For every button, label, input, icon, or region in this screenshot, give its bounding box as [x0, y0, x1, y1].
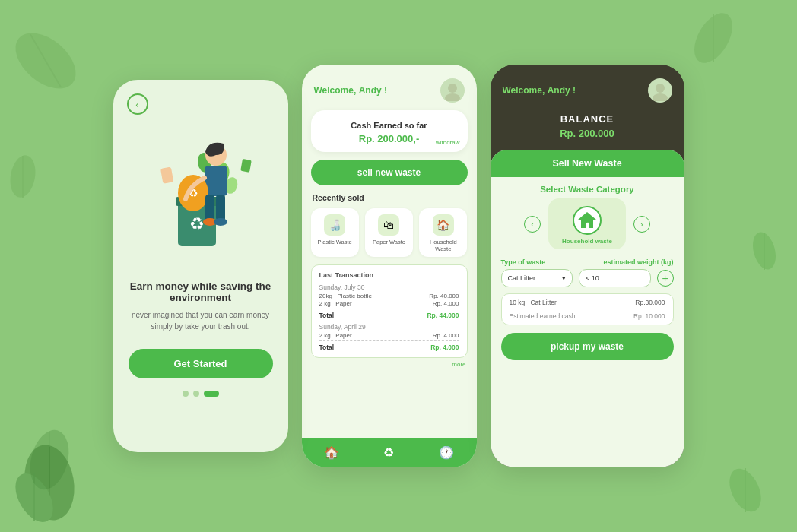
- txn-item-2: 2 kg Paper Rp. 4.000: [319, 300, 459, 307]
- summary-qty-name: 10 kg Cat Litter: [510, 299, 557, 306]
- paper-icon: 🛍: [378, 214, 399, 236]
- weight-input[interactable]: < 10: [579, 269, 651, 287]
- select-category-title: Select Waste Category: [491, 177, 684, 198]
- onboarding-screen: ‹ ♻ ♻: [113, 80, 288, 452]
- svg-point-14: [15, 467, 61, 524]
- svg-text:♻: ♻: [585, 222, 589, 226]
- back-button[interactable]: ‹: [127, 93, 148, 115]
- form-labels: Type of waste estimated weight (kg): [501, 258, 674, 266]
- svg-point-32: [448, 84, 457, 93]
- onboarding-illustration: ♻ ♻: [136, 115, 265, 267]
- svg-point-12: [19, 441, 80, 524]
- get-started-button[interactable]: Get Started: [129, 349, 273, 378]
- screen1-text-block: Earn money while saving the environment …: [129, 280, 273, 332]
- selected-cat-label: Household waste: [562, 238, 612, 245]
- type-of-waste-label: Type of waste: [501, 258, 546, 266]
- waste-form: Type of waste estimated weight (kg) Cat …: [491, 254, 684, 287]
- svg-point-29: [214, 218, 227, 226]
- household-icon: 🏠: [433, 214, 454, 236]
- next-category-arrow[interactable]: ›: [633, 216, 650, 233]
- waste-type-select[interactable]: Cat Litter ▾: [501, 269, 573, 287]
- estimated-cash-row: Estimated earned cash Rp. 10.000: [510, 309, 665, 320]
- dashboard-screen: Welcome, Andy ! Cash Earned so far Rp. 2…: [302, 65, 477, 467]
- svg-point-0: [5, 22, 86, 100]
- svg-point-10: [749, 230, 780, 272]
- txn-total-1: Total Rp. 44.000: [319, 309, 459, 319]
- waste-summary-box: 10 kg Cat Litter Rp.30.000 Estimated ear…: [501, 293, 674, 325]
- withdraw-button[interactable]: withdraw: [436, 139, 460, 146]
- category-paper[interactable]: 🛍 Paper Waste: [365, 208, 413, 257]
- category-carousel: ‹ ♻ Household waste ›: [491, 198, 684, 254]
- estimated-cash-value: Rp. 10.000: [633, 312, 665, 320]
- svg-rect-27: [216, 195, 225, 221]
- sell-user-avatar: [648, 78, 672, 103]
- svg-rect-26: [205, 195, 214, 221]
- nav-history-icon[interactable]: 🕐: [439, 445, 454, 460]
- balance-card: Cash Earned so far Rp. 200.000,- withdra…: [311, 110, 468, 152]
- form-inputs-row: Cat Litter ▾ < 10 +: [501, 269, 674, 287]
- category-household[interactable]: 🏠 Household Waste: [419, 208, 467, 257]
- last-transaction-title: Last Transaction: [319, 271, 459, 279]
- prev-category-arrow[interactable]: ‹: [524, 216, 541, 233]
- txn-item-3: 2 kg Paper Rp. 4.000: [319, 332, 459, 339]
- sell-form-body: Sell New Waste Select Waste Category ‹ ♻…: [491, 150, 684, 467]
- svg-point-8: [7, 154, 38, 200]
- sell-screen-welcome: Welcome, Andy !: [503, 85, 576, 96]
- weight-value: < 10: [586, 274, 599, 282]
- dashboard-header: Welcome, Andy !: [302, 65, 477, 110]
- svg-text:♻: ♻: [189, 214, 205, 233]
- dot-2: [193, 391, 199, 397]
- summary-item-row: 10 kg Cat Litter Rp.30.000: [510, 299, 665, 306]
- last-transaction-box: Last Transaction Sunday, July 30 20kg Pl…: [311, 264, 468, 358]
- add-weight-button[interactable]: +: [657, 270, 674, 287]
- sell-new-waste-button[interactable]: Sell New Waste: [491, 150, 684, 177]
- sell-balance-label: BALANCE: [503, 113, 672, 125]
- selected-cat-icon: ♻: [573, 206, 602, 235]
- svg-point-34: [656, 84, 665, 93]
- transaction-date-1: Sunday, July 30: [319, 283, 459, 291]
- bottom-nav: 🏠 ♻ 🕐: [302, 438, 477, 467]
- screen1-title: Earn money while saving the environment: [129, 280, 273, 303]
- waste-type-value: Cat Litter: [508, 274, 536, 282]
- plastic-icon: 🍶: [324, 214, 345, 236]
- sell-balance-card: BALANCE Rp. 200.000: [491, 113, 684, 150]
- sell-screen-header: Welcome, Andy !: [491, 65, 684, 113]
- dot-3: [204, 391, 219, 397]
- recently-sold-label: Recently sold: [302, 193, 477, 202]
- sell-new-waste-button[interactable]: sell new waste: [311, 160, 468, 185]
- user-avatar: [440, 78, 465, 103]
- svg-point-35: [653, 93, 668, 101]
- dashboard-welcome: Welcome, Andy !: [314, 85, 388, 96]
- pickup-waste-button[interactable]: pickup my waste: [501, 333, 674, 360]
- pagination-dots: [183, 391, 219, 397]
- txn-item-1: 20kg Plastic bottle Rp. 40.000: [319, 293, 459, 299]
- svg-point-6: [725, 464, 767, 517]
- svg-line-1: [30, 34, 61, 87]
- estimated-weight-label: estimated weight (kg): [603, 258, 673, 266]
- screen1-description: never imagined that you can earn money s…: [129, 309, 273, 332]
- categories-row: 🍶 Plastic Waste 🛍 Paper Waste 🏠 Househol…: [302, 208, 477, 257]
- txn-total-2: Total Rp. 4.000: [319, 340, 459, 351]
- svg-rect-31: [240, 159, 252, 173]
- svg-point-33: [445, 93, 460, 101]
- selected-category-card: ♻ Household waste: [548, 198, 626, 249]
- household-label: Household Waste: [422, 239, 464, 252]
- more-link[interactable]: more: [302, 358, 477, 368]
- svg-rect-30: [160, 166, 173, 183]
- sell-balance-amount: Rp. 200.000: [503, 128, 672, 139]
- summary-item-price: Rp.30.000: [635, 299, 665, 306]
- svg-point-2: [691, 8, 736, 68]
- paper-label: Paper Waste: [373, 239, 405, 245]
- transaction-date-2: Sunday, April 29: [319, 323, 459, 331]
- balance-label: Cash Earned so far: [322, 121, 457, 130]
- svg-point-4: [24, 426, 75, 494]
- nav-home-icon[interactable]: 🏠: [324, 445, 339, 460]
- category-plastic[interactable]: 🍶 Plastic Waste: [311, 208, 359, 257]
- nav-recycle-icon[interactable]: ♻: [383, 445, 394, 460]
- plastic-label: Plastic Waste: [318, 239, 352, 245]
- select-chevron-icon: ▾: [562, 274, 566, 282]
- dot-1: [183, 391, 189, 397]
- estimated-cash-label: Estimated earned cash: [510, 312, 576, 320]
- sell-waste-screen: Welcome, Andy ! BALANCE Rp. 200.000 Sell…: [491, 65, 684, 467]
- screens-container: ‹ ♻ ♻: [113, 65, 684, 467]
